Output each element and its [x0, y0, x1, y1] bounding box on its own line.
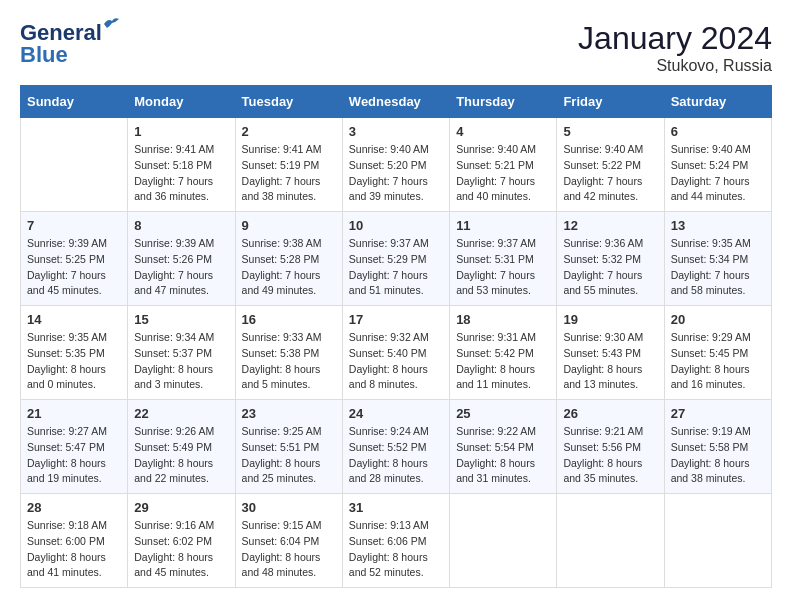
sunrise-text: Sunrise: 9:34 AM [134, 330, 228, 346]
day-cell: 7 Sunrise: 9:39 AM Sunset: 5:25 PM Dayli… [21, 212, 128, 306]
day-number: 5 [563, 124, 657, 139]
day-number: 3 [349, 124, 443, 139]
month-year-title: January 2024 [578, 20, 772, 57]
daylight-text: Daylight: 7 hours and 38 minutes. [242, 174, 336, 206]
day-info: Sunrise: 9:22 AM Sunset: 5:54 PM Dayligh… [456, 424, 550, 487]
sunset-text: Sunset: 5:31 PM [456, 252, 550, 268]
day-info: Sunrise: 9:35 AM Sunset: 5:34 PM Dayligh… [671, 236, 765, 299]
week-row-2: 7 Sunrise: 9:39 AM Sunset: 5:25 PM Dayli… [21, 212, 772, 306]
sunrise-text: Sunrise: 9:16 AM [134, 518, 228, 534]
day-info: Sunrise: 9:27 AM Sunset: 5:47 PM Dayligh… [27, 424, 121, 487]
daylight-text: Daylight: 8 hours and 11 minutes. [456, 362, 550, 394]
day-cell: 8 Sunrise: 9:39 AM Sunset: 5:26 PM Dayli… [128, 212, 235, 306]
day-cell: 2 Sunrise: 9:41 AM Sunset: 5:19 PM Dayli… [235, 118, 342, 212]
day-number: 6 [671, 124, 765, 139]
sunrise-text: Sunrise: 9:27 AM [27, 424, 121, 440]
daylight-text: Daylight: 7 hours and 55 minutes. [563, 268, 657, 300]
daylight-text: Daylight: 7 hours and 36 minutes. [134, 174, 228, 206]
logo: General Blue [20, 20, 102, 68]
day-number: 26 [563, 406, 657, 421]
day-cell: 22 Sunrise: 9:26 AM Sunset: 5:49 PM Dayl… [128, 400, 235, 494]
sunrise-text: Sunrise: 9:32 AM [349, 330, 443, 346]
daylight-text: Daylight: 7 hours and 58 minutes. [671, 268, 765, 300]
day-cell: 6 Sunrise: 9:40 AM Sunset: 5:24 PM Dayli… [664, 118, 771, 212]
calendar-table: SundayMondayTuesdayWednesdayThursdayFrid… [20, 85, 772, 588]
daylight-text: Daylight: 8 hours and 22 minutes. [134, 456, 228, 488]
week-row-1: 1 Sunrise: 9:41 AM Sunset: 5:18 PM Dayli… [21, 118, 772, 212]
sunrise-text: Sunrise: 9:37 AM [456, 236, 550, 252]
day-number: 15 [134, 312, 228, 327]
day-number: 24 [349, 406, 443, 421]
daylight-text: Daylight: 7 hours and 47 minutes. [134, 268, 228, 300]
day-number: 22 [134, 406, 228, 421]
day-info: Sunrise: 9:29 AM Sunset: 5:45 PM Dayligh… [671, 330, 765, 393]
day-info: Sunrise: 9:31 AM Sunset: 5:42 PM Dayligh… [456, 330, 550, 393]
day-cell: 24 Sunrise: 9:24 AM Sunset: 5:52 PM Dayl… [342, 400, 449, 494]
day-info: Sunrise: 9:40 AM Sunset: 5:21 PM Dayligh… [456, 142, 550, 205]
day-number: 31 [349, 500, 443, 515]
logo-general: General [20, 20, 102, 45]
day-number: 29 [134, 500, 228, 515]
day-number: 13 [671, 218, 765, 233]
weekday-header-friday: Friday [557, 86, 664, 118]
sunset-text: Sunset: 5:29 PM [349, 252, 443, 268]
daylight-text: Daylight: 8 hours and 28 minutes. [349, 456, 443, 488]
sunset-text: Sunset: 5:18 PM [134, 158, 228, 174]
daylight-text: Daylight: 7 hours and 53 minutes. [456, 268, 550, 300]
sunrise-text: Sunrise: 9:26 AM [134, 424, 228, 440]
sunset-text: Sunset: 6:06 PM [349, 534, 443, 550]
week-row-5: 28 Sunrise: 9:18 AM Sunset: 6:00 PM Dayl… [21, 494, 772, 588]
day-info: Sunrise: 9:32 AM Sunset: 5:40 PM Dayligh… [349, 330, 443, 393]
day-info: Sunrise: 9:13 AM Sunset: 6:06 PM Dayligh… [349, 518, 443, 581]
day-cell: 3 Sunrise: 9:40 AM Sunset: 5:20 PM Dayli… [342, 118, 449, 212]
sunrise-text: Sunrise: 9:33 AM [242, 330, 336, 346]
day-info: Sunrise: 9:26 AM Sunset: 5:49 PM Dayligh… [134, 424, 228, 487]
day-cell [664, 494, 771, 588]
daylight-text: Daylight: 8 hours and 8 minutes. [349, 362, 443, 394]
daylight-text: Daylight: 8 hours and 31 minutes. [456, 456, 550, 488]
day-info: Sunrise: 9:21 AM Sunset: 5:56 PM Dayligh… [563, 424, 657, 487]
daylight-text: Daylight: 8 hours and 13 minutes. [563, 362, 657, 394]
sunrise-text: Sunrise: 9:18 AM [27, 518, 121, 534]
day-cell: 18 Sunrise: 9:31 AM Sunset: 5:42 PM Dayl… [450, 306, 557, 400]
day-cell: 13 Sunrise: 9:35 AM Sunset: 5:34 PM Dayl… [664, 212, 771, 306]
daylight-text: Daylight: 8 hours and 25 minutes. [242, 456, 336, 488]
day-number: 20 [671, 312, 765, 327]
day-info: Sunrise: 9:34 AM Sunset: 5:37 PM Dayligh… [134, 330, 228, 393]
weekday-header-tuesday: Tuesday [235, 86, 342, 118]
day-info: Sunrise: 9:16 AM Sunset: 6:02 PM Dayligh… [134, 518, 228, 581]
day-info: Sunrise: 9:19 AM Sunset: 5:58 PM Dayligh… [671, 424, 765, 487]
day-number: 10 [349, 218, 443, 233]
sunset-text: Sunset: 5:32 PM [563, 252, 657, 268]
sunset-text: Sunset: 5:20 PM [349, 158, 443, 174]
day-cell [450, 494, 557, 588]
day-cell: 10 Sunrise: 9:37 AM Sunset: 5:29 PM Dayl… [342, 212, 449, 306]
day-cell: 15 Sunrise: 9:34 AM Sunset: 5:37 PM Dayl… [128, 306, 235, 400]
day-info: Sunrise: 9:41 AM Sunset: 5:18 PM Dayligh… [134, 142, 228, 205]
day-cell [557, 494, 664, 588]
day-cell [21, 118, 128, 212]
sunset-text: Sunset: 5:42 PM [456, 346, 550, 362]
daylight-text: Daylight: 8 hours and 38 minutes. [671, 456, 765, 488]
sunrise-text: Sunrise: 9:13 AM [349, 518, 443, 534]
daylight-text: Daylight: 8 hours and 5 minutes. [242, 362, 336, 394]
sunset-text: Sunset: 5:37 PM [134, 346, 228, 362]
day-number: 23 [242, 406, 336, 421]
day-number: 2 [242, 124, 336, 139]
day-cell: 31 Sunrise: 9:13 AM Sunset: 6:06 PM Dayl… [342, 494, 449, 588]
day-number: 27 [671, 406, 765, 421]
sunrise-text: Sunrise: 9:39 AM [27, 236, 121, 252]
sunrise-text: Sunrise: 9:31 AM [456, 330, 550, 346]
day-number: 17 [349, 312, 443, 327]
sunset-text: Sunset: 5:21 PM [456, 158, 550, 174]
day-cell: 1 Sunrise: 9:41 AM Sunset: 5:18 PM Dayli… [128, 118, 235, 212]
sunrise-text: Sunrise: 9:21 AM [563, 424, 657, 440]
weekday-header-saturday: Saturday [664, 86, 771, 118]
sunrise-text: Sunrise: 9:38 AM [242, 236, 336, 252]
sunrise-text: Sunrise: 9:37 AM [349, 236, 443, 252]
sunrise-text: Sunrise: 9:40 AM [563, 142, 657, 158]
sunrise-text: Sunrise: 9:40 AM [349, 142, 443, 158]
day-info: Sunrise: 9:30 AM Sunset: 5:43 PM Dayligh… [563, 330, 657, 393]
sunrise-text: Sunrise: 9:29 AM [671, 330, 765, 346]
daylight-text: Daylight: 8 hours and 45 minutes. [134, 550, 228, 582]
